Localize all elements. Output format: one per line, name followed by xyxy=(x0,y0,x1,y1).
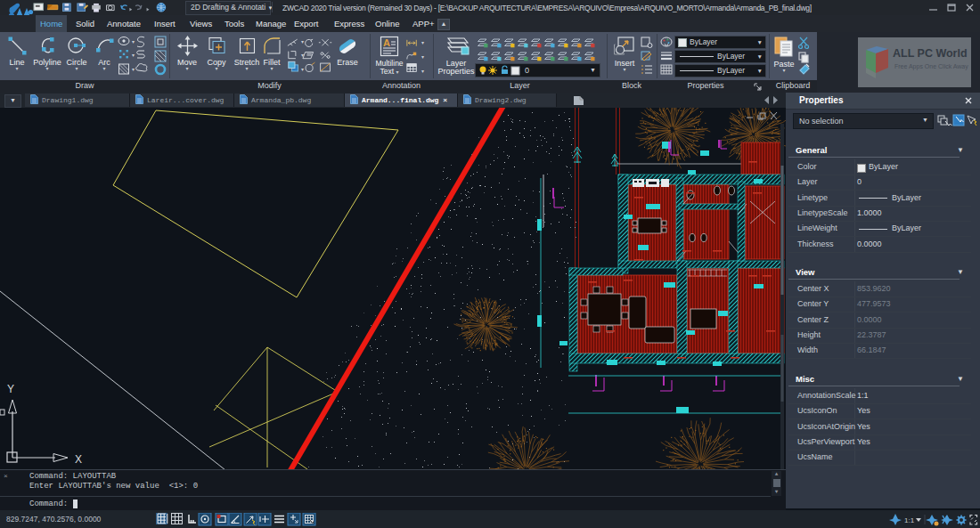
svg-text:X: X xyxy=(75,453,82,466)
svg-text:Y: Y xyxy=(7,383,14,395)
svg-text:A: A xyxy=(383,37,390,48)
svg-text:1:1: 1:1 xyxy=(904,516,915,524)
